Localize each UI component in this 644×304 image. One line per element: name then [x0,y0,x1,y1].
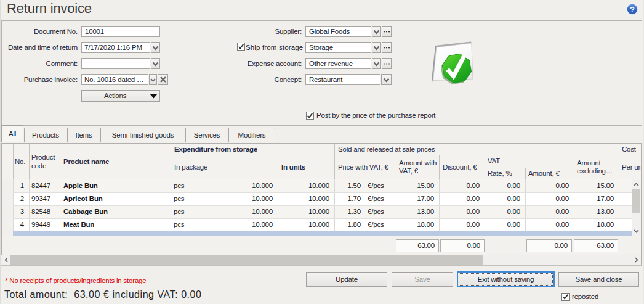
svg-text:?: ? [630,5,635,14]
